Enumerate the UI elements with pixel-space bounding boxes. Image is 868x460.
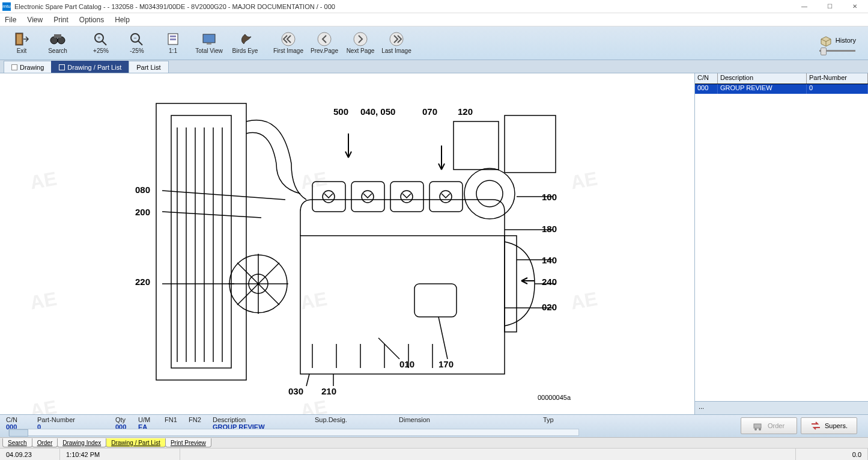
btab-order[interactable]: Order [32,438,58,447]
svg-text:−: − [133,35,136,41]
prev-page-button[interactable]: Prev.Page [308,28,341,59]
close-button[interactable]: ✕ [848,1,862,12]
callout-200: 200 [135,207,150,217]
history-button[interactable]: History [819,34,863,52]
svg-rect-45 [505,236,517,332]
svg-line-64 [439,317,448,359]
search-button[interactable]: Search [41,28,74,59]
svg-line-55 [162,191,285,200]
zoom-out-button[interactable]: − -25% [120,28,154,59]
svg-rect-36 [429,182,463,212]
detail-scrollbar[interactable] [8,429,579,436]
watermark: AE [28,396,58,414]
detail-head-dim: Dimension [399,416,537,423]
tab-drawing[interactable]: Drawing [4,61,52,73]
menu-options[interactable]: Options [79,16,104,24]
svg-point-68 [754,428,757,431]
last-image-button[interactable]: Last Image [380,28,413,59]
window-title: Electronic Spare Part Catalog - - 132058… [14,3,797,10]
drawing-pane[interactable]: AE AE AE AE AE AE AE AE [0,73,695,414]
callout-120: 120 [458,106,473,117]
callout-020: 020 [542,302,557,312]
svg-rect-32 [300,236,505,374]
callout-170: 170 [439,359,454,369]
watermark: AE [28,167,58,194]
part-list-header: C/N Description Part-Number [695,73,868,84]
part-list-row[interactable]: 000 GROUP REVIEW 0 [695,84,868,94]
btab-search[interactable]: Search [2,438,32,447]
part-list-body[interactable] [695,94,868,401]
svg-text:+: + [97,35,100,41]
svg-point-42 [476,180,503,207]
birds-eye-button[interactable]: Birds Eye [228,28,262,59]
menu-file[interactable]: File [5,16,16,24]
magnifier-plus-icon: + [93,32,109,46]
status-time: 1:10:42 PM [60,449,180,460]
maximize-button[interactable]: ☐ [822,1,837,12]
checkbox-icon [11,64,17,70]
minimize-button[interactable]: — [797,1,812,12]
engine-diagram [120,79,577,404]
page-fit-icon [165,32,181,46]
total-view-button[interactable]: Total View [192,28,226,59]
cell-cn: 000 [695,84,718,94]
order-button[interactable]: Order [741,417,797,434]
first-image-button[interactable]: First Image [272,28,305,59]
supers-button[interactable]: Supers. [801,417,857,434]
svg-point-40 [440,191,452,203]
menu-bar: File View Print Options Help [0,13,868,26]
svg-rect-12 [170,35,176,37]
main-area: AE AE AE AE AE AE AE AE [0,73,868,414]
cell-part-number: 0 [807,84,868,94]
svg-rect-14 [203,34,215,43]
menu-view[interactable]: View [27,16,43,24]
last-icon [388,32,405,46]
next-icon [352,32,369,46]
status-spacer [180,449,796,460]
tab-part-list[interactable]: Part List [129,61,168,73]
exit-button[interactable]: Exit [5,28,38,59]
next-page-button[interactable]: Next Page [344,28,377,59]
svg-rect-44 [505,115,556,173]
btab-print-preview[interactable]: Print Preview [165,438,211,447]
detail-head-sd: Sup.Desig. [315,416,393,423]
detail-head-fn2: FN2 [189,416,207,423]
btab-drawing-index[interactable]: Drawing Index [57,438,106,447]
status-value: 0.0 [796,449,868,460]
cart-icon [753,421,764,431]
svg-point-38 [362,191,374,203]
zoom-in-button[interactable]: + +25% [84,28,118,59]
part-list-pane: C/N Description Part-Number 000 GROUP RE… [695,73,868,414]
callout-030: 030 [288,386,303,396]
callout-010: 010 [399,359,414,369]
svg-line-65 [306,374,309,386]
svg-rect-33 [312,182,345,212]
detail-head-typ: Typ [543,416,573,423]
menu-help[interactable]: Help [115,16,130,24]
svg-rect-34 [351,182,384,212]
svg-rect-4 [54,34,61,38]
history-slider[interactable] [819,50,855,52]
svg-point-17 [318,32,331,46]
prev-icon [316,32,333,46]
callout-500: 500 [333,106,348,117]
col-part-number[interactable]: Part-Number [807,73,868,84]
screen-icon [201,32,217,46]
callout-140: 140 [542,255,557,265]
col-description[interactable]: Description [718,73,807,84]
tab-drawing-part-list[interactable]: Drawing / Part List [51,61,129,73]
btab-drawing-part-list[interactable]: Drawing / Part List [106,438,166,447]
callout-080: 080 [135,185,150,195]
svg-rect-43 [454,121,499,170]
menu-print[interactable]: Print [53,16,68,24]
svg-rect-67 [754,424,761,428]
callout-220: 220 [135,277,150,287]
detail-head-desc: Description [213,416,309,423]
svg-line-9 [138,41,142,45]
callout-180: 180 [542,224,557,234]
zoom-reset-button[interactable]: 1:1 [156,28,190,59]
col-cn[interactable]: C/N [695,73,718,84]
svg-rect-13 [170,38,176,40]
part-list-footer: ... [695,401,868,414]
callout-240: 240 [542,277,557,287]
